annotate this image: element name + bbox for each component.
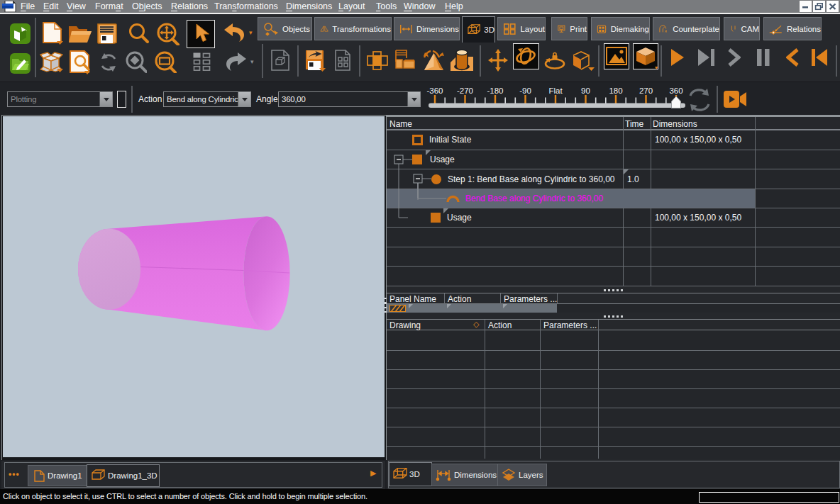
svg-text:-360: -360 [426,86,443,95]
svg-text:Flat: Flat [548,86,563,95]
svg-text:-270: -270 [457,86,473,95]
svg-text:270: 270 [639,86,653,95]
svg-text:360: 360 [669,86,682,95]
svg-text:180: 180 [609,86,622,95]
svg-text:-180: -180 [487,86,503,95]
svg-text:90: 90 [581,86,590,95]
svg-text:-90: -90 [519,86,531,95]
